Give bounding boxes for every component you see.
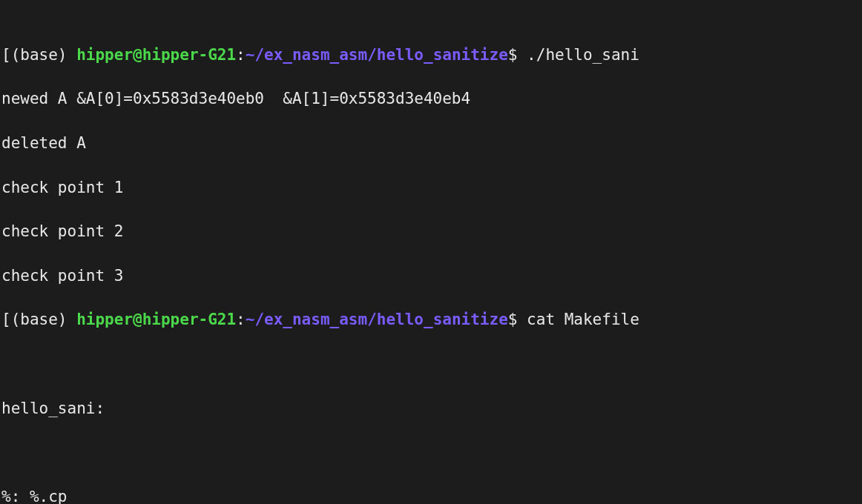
prompt-dollar: $ bbox=[508, 46, 518, 64]
prompt-user-host: hipper@hipper-G21 bbox=[76, 46, 236, 64]
terminal-window[interactable]: [(base) hipper@hipper-G21:~/ex_nasm_asm/… bbox=[0, 0, 862, 504]
output-line: newed A &A[0]=0x5583d3e40eb0 &A[1]=0x558… bbox=[1, 88, 861, 110]
output-blank bbox=[1, 442, 861, 464]
prompt-line-1: [(base) hipper@hipper-G21:~/ex_nasm_asm/… bbox=[1, 44, 861, 67]
output-blank bbox=[1, 354, 861, 376]
output-line: check point 1 bbox=[1, 177, 861, 199]
makefile-rule-pattern: %: %.cp bbox=[1, 486, 861, 504]
prompt-cwd: ~/ex_nasm_asm/hello_sanitize bbox=[246, 311, 508, 328]
prompt-cwd: ~/ex_nasm_asm/hello_sanitize bbox=[246, 46, 508, 64]
output-line: deleted A bbox=[1, 133, 861, 155]
prompt-user-host: hipper@hipper-G21 bbox=[76, 311, 236, 328]
output-line: check point 3 bbox=[1, 265, 861, 288]
command-input[interactable]: cat Makefile bbox=[527, 311, 639, 328]
prompt-colon: : bbox=[236, 46, 246, 64]
command-input[interactable]: ./hello_sani bbox=[527, 46, 639, 64]
output-line: check point 2 bbox=[1, 221, 861, 243]
prompt-bracket: [ bbox=[1, 311, 11, 328]
prompt-env: (base) bbox=[11, 46, 68, 64]
makefile-target: hello_sani: bbox=[1, 398, 861, 420]
prompt-line-2: [(base) hipper@hipper-G21:~/ex_nasm_asm/… bbox=[1, 309, 861, 331]
prompt-bracket: [ bbox=[1, 46, 11, 64]
prompt-colon: : bbox=[236, 311, 246, 328]
prompt-env: (base) bbox=[11, 311, 68, 328]
prompt-dollar: $ bbox=[508, 311, 518, 328]
